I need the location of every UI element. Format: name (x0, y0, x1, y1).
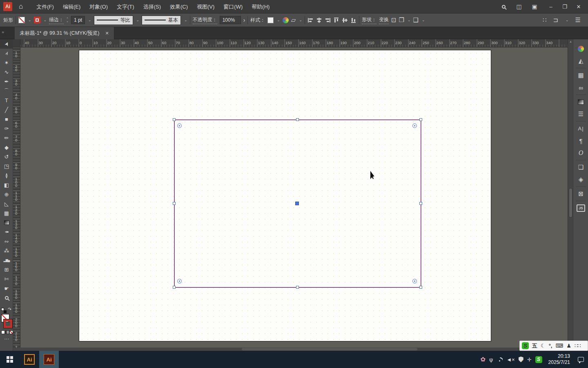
close-button[interactable]: ✕ (572, 0, 586, 13)
color-button[interactable] (1, 330, 5, 334)
layers-panel-icon[interactable]: ◈ (573, 173, 588, 186)
minimize-button[interactable]: – (544, 0, 558, 13)
type-tool[interactable]: T (0, 96, 13, 105)
vertical-ruler[interactable]: 1020304050607080901001101201301401501601… (13, 47, 20, 348)
width-profile-select[interactable]: 等比 (94, 16, 133, 25)
ruler-origin-corner[interactable] (13, 39, 20, 47)
gradient-tool[interactable] (0, 218, 13, 227)
align-to-icon[interactable]: ❑ (413, 16, 419, 24)
color-panel-icon[interactable] (573, 43, 588, 55)
selection-handle[interactable] (419, 202, 422, 205)
menu-object[interactable]: 对象(O) (85, 0, 112, 13)
horizontal-scroll-thumb[interactable] (242, 348, 417, 350)
rectangle-tool[interactable]: ■ (0, 114, 13, 124)
home-icon[interactable]: ⌂ (19, 2, 23, 11)
scripts-panel-icon[interactable]: JS (573, 202, 588, 214)
chevron-down-icon[interactable]: ⌄ (299, 18, 302, 22)
live-corner-widget[interactable] (412, 279, 417, 283)
slice-tool[interactable]: ✄ (0, 274, 13, 284)
swatches-panel-icon[interactable]: ▦ (573, 69, 588, 81)
curvature-tool[interactable]: ⌒ (0, 86, 13, 96)
lasso-tool[interactable]: ∿ (0, 67, 13, 77)
user-icon[interactable]: ♟ (566, 343, 571, 349)
menu-help[interactable]: 帮助(H) (247, 0, 274, 13)
stroke-label[interactable]: 描边： (49, 16, 64, 24)
gradient-button[interactable] (5, 330, 9, 334)
vertical-scroll-thumb[interactable] (569, 188, 572, 218)
taskbar-illustrator-active[interactable]: Ai (39, 351, 59, 368)
gradient-panel-icon[interactable] (573, 96, 588, 108)
eyedropper-tool[interactable]: ✒ (0, 227, 13, 237)
zoom-tool[interactable] (0, 293, 13, 303)
rotate-tool[interactable]: ↺ (0, 152, 13, 162)
chevron-down-icon[interactable]: ⌄ (184, 18, 187, 22)
sogou-tray-icon[interactable]: S (535, 356, 542, 363)
menu-view[interactable]: 视图(V) (192, 0, 219, 13)
taskbar-illustrator-pinned[interactable]: Ai (20, 351, 39, 368)
line-segment-tool[interactable]: ╱ (0, 105, 13, 114)
menu-effect[interactable]: 效果(C) (165, 0, 192, 13)
magic-wand-tool[interactable]: ✶ (0, 58, 13, 67)
live-corner-widget[interactable] (177, 123, 182, 128)
chevron-down-icon[interactable]: ⌄ (44, 18, 47, 22)
align-left-icon[interactable] (307, 17, 314, 23)
opacity-label[interactable]: 不透明度： (193, 16, 217, 24)
selection-handle[interactable] (173, 286, 176, 289)
chevron-down-icon[interactable]: ⌄ (422, 18, 425, 22)
moon-icon[interactable]: ☾ (541, 343, 546, 349)
character-panel-icon[interactable]: A| (573, 122, 588, 135)
opacity-arrow[interactable]: › (243, 17, 245, 23)
artboard-tool[interactable]: ⊞ (0, 265, 13, 274)
direct-selection-tool[interactable]: ➢ (0, 49, 13, 58)
opacity-field[interactable]: 100% (220, 16, 241, 24)
none-button[interactable] (9, 330, 13, 334)
pen-tool[interactable]: ✒ (0, 77, 13, 86)
plugin-flower-icon[interactable]: ✿ (480, 356, 486, 363)
close-icon[interactable]: ✕ (105, 31, 109, 36)
stroke-color-swatch[interactable] (34, 17, 40, 23)
mesh-tool[interactable]: ▦ (0, 209, 13, 218)
chevron-down-icon[interactable]: ⌄ (408, 18, 411, 22)
panel-menu-icon[interactable]: ☰ (575, 16, 581, 24)
select-similar-icon[interactable]: ❐ (399, 16, 404, 24)
arrange-documents-icon[interactable]: ◫ (513, 3, 525, 10)
align-center-icon[interactable] (316, 17, 322, 23)
width-tool[interactable]: ≬ (0, 171, 13, 180)
shape-label[interactable]: 形状： (362, 16, 376, 24)
swap-fill-stroke-icon[interactable]: ↷ (8, 307, 11, 312)
brush-definition-select[interactable]: 基本 (142, 16, 181, 25)
ime-wubi-mode[interactable]: 五 (532, 342, 537, 350)
menu-edit[interactable]: 编辑(E) (58, 0, 85, 13)
live-corner-widget[interactable] (177, 279, 182, 283)
selection-handle[interactable] (419, 286, 422, 289)
horizontal-scrollbar[interactable] (13, 348, 568, 351)
align-middle-icon[interactable] (342, 17, 348, 23)
selection-handle[interactable] (173, 118, 176, 121)
align-top-icon[interactable] (333, 17, 339, 23)
transparency-panel-icon[interactable]: ∞ (573, 81, 588, 94)
menu-select[interactable]: 选择(S) (139, 0, 165, 13)
stroke-weight-stepper[interactable]: ⌃⌄ (66, 18, 69, 22)
pathfinder-panel-icon[interactable]: ❏ (573, 161, 588, 173)
sogou-logo[interactable]: S (522, 342, 529, 349)
fill-color-swatch[interactable] (18, 17, 25, 23)
selection-handle[interactable] (419, 118, 422, 121)
workspace-icon[interactable]: ⊐ (553, 16, 558, 24)
shape-builder-tool[interactable]: ⊕ (0, 190, 13, 199)
ime-state-icon[interactable]: ✛ (527, 357, 532, 363)
vertical-scrollbar[interactable]: ▲ ▼ (568, 39, 573, 348)
selection-tool[interactable]: ➤ (0, 39, 13, 49)
horizontal-ruler[interactable]: 4030201001020304050607080901001101201301… (20, 39, 568, 47)
perspective-grid-tool[interactable]: ◺ (0, 199, 13, 209)
color-guide-panel-icon[interactable]: ◭ (573, 55, 588, 67)
hand-tool[interactable]: ☛ (0, 284, 13, 293)
graphic-style-swatch[interactable] (267, 17, 274, 23)
start-button[interactable] (0, 351, 20, 368)
punctuation-icon[interactable]: °, (549, 343, 552, 349)
usb-device-icon[interactable]: ψ (489, 357, 493, 363)
stroke-weight-field[interactable]: 1 pt (71, 16, 85, 24)
taskbar-clock[interactable]: 20:13 2025/7/21 (546, 353, 572, 366)
document-tab[interactable]: 未标题-1* @ 99.31 % (CMYK/预览) ✕ (15, 27, 114, 39)
stroke-proxy-swatch[interactable] (4, 319, 12, 328)
isolate-object-icon[interactable]: ⊡ (391, 16, 396, 24)
